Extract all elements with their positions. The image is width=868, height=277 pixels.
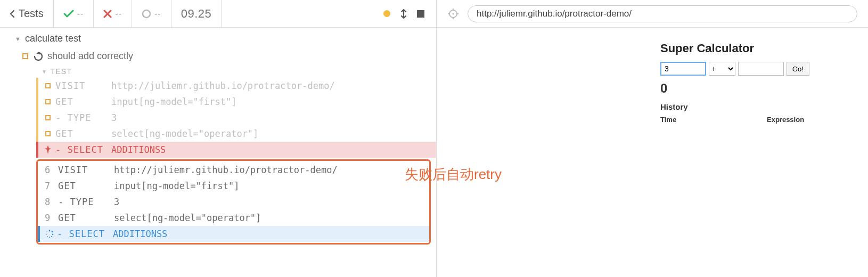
command-row[interactable]: - TYPE3 — [36, 110, 436, 126]
row-number: 8 — [42, 197, 53, 207]
chevron-left-icon — [10, 10, 15, 18]
status-dot-icon — [383, 10, 390, 17]
command-message: select[ng-model="operator"] — [111, 128, 258, 139]
command-name: - TYPE — [55, 112, 111, 123]
svg-point-7 — [46, 234, 47, 235]
test-title-row[interactable]: should add correctly — [0, 48, 436, 65]
command-message: input[ng-model="first"] — [114, 181, 239, 191]
pass-count-cell[interactable]: -- — [54, 0, 94, 27]
command-row[interactable]: GETselect[ng-model="operator"] — [36, 126, 436, 142]
second-number-input[interactable] — [738, 62, 784, 76]
pass-count: -- — [77, 9, 84, 19]
url-input[interactable] — [468, 5, 857, 22]
command-name: - SELECT — [57, 229, 113, 239]
command-row-error[interactable]: - SELECT ADDITIONSS — [36, 142, 436, 158]
command-message: 3 — [114, 197, 119, 207]
app-preview-panel: Super Calculator + Go! 0 History Time Ex… — [437, 0, 868, 277]
command-message: http://juliemr.github.io/protractor-demo… — [114, 165, 338, 175]
test-title: should add correctly — [47, 51, 133, 62]
command-message: 3 — [111, 112, 117, 123]
circle-icon — [142, 9, 151, 19]
duration-cell: 09.25 — [171, 0, 222, 27]
command-row[interactable]: 7GETinput[ng-model="first"] — [38, 178, 429, 194]
command-name: GET — [55, 96, 111, 107]
svg-point-10 — [452, 13, 454, 14]
svg-point-0 — [143, 10, 150, 18]
command-name: VISIT — [55, 80, 111, 91]
row-number: 7 — [42, 181, 53, 191]
runner-toolbar: Tests -- -- -- 09.25 — [0, 0, 436, 28]
square-icon — [40, 99, 55, 104]
command-row[interactable]: 6VISIThttp://juliemr.github.io/protracto… — [38, 162, 429, 178]
command-message: select[ng-model="operator"] — [114, 213, 261, 223]
suite-title: calculate test — [25, 33, 81, 44]
command-row[interactable]: 9GETselect[ng-model="operator"] — [38, 210, 429, 226]
spinner-dots-icon — [42, 230, 57, 238]
back-to-tests[interactable]: Tests — [0, 0, 54, 27]
suite-title-row[interactable]: ▼ calculate test — [0, 28, 436, 48]
svg-point-3 — [52, 234, 53, 235]
duration: 09.25 — [181, 7, 212, 21]
first-number-input[interactable] — [660, 62, 706, 76]
page-preview: Super Calculator + Go! 0 History Time Ex… — [437, 28, 868, 277]
back-label: Tests — [19, 7, 44, 20]
row-number: 6 — [42, 165, 53, 175]
command-row[interactable]: GETinput[ng-model="first"] — [36, 94, 436, 110]
square-icon — [40, 83, 55, 88]
x-icon — [103, 10, 112, 18]
caret-down-icon: ▼ — [42, 69, 47, 75]
svg-point-4 — [51, 236, 52, 237]
url-bar — [437, 0, 868, 28]
command-name: GET — [55, 128, 111, 139]
resize-arrows-icon[interactable] — [400, 9, 407, 19]
command-message: ADDITIONSS — [113, 229, 167, 239]
col-time: Time — [660, 116, 767, 124]
command-name: - SELECT — [55, 144, 111, 155]
fail-count: -- — [115, 9, 122, 19]
square-icon — [40, 131, 55, 136]
command-row-running[interactable]: - SELECT ADDITIONSS — [38, 226, 429, 242]
selector-target-icon[interactable] — [447, 8, 459, 20]
command-log: ▼ calculate test should add correctly ▼ … — [0, 28, 436, 277]
square-icon — [40, 115, 55, 120]
retry-block: 6VISIThttp://juliemr.github.io/protracto… — [36, 159, 431, 245]
go-button[interactable]: Go! — [787, 62, 809, 76]
svg-point-6 — [47, 236, 48, 237]
command-name: GET — [58, 213, 114, 223]
pending-count-cell[interactable]: -- — [132, 0, 171, 27]
test-runner-panel: Tests -- -- -- 09.25 — [0, 0, 437, 277]
svg-point-8 — [46, 231, 47, 232]
section-label-row[interactable]: ▼ TEST — [36, 65, 436, 78]
pin-icon — [40, 145, 55, 154]
history-columns: Time Expression — [660, 116, 841, 124]
command-row[interactable]: 8- TYPE3 — [38, 194, 429, 210]
pending-count: -- — [154, 9, 161, 19]
history-label: History — [660, 102, 841, 111]
svg-point-1 — [49, 230, 51, 232]
fail-count-cell[interactable]: -- — [94, 0, 132, 27]
spinner-icon — [34, 52, 43, 61]
caret-down-icon: ▼ — [15, 36, 21, 42]
calculator-title: Super Calculator — [660, 42, 841, 55]
section-label: TEST — [51, 67, 72, 76]
svg-point-5 — [49, 237, 50, 238]
annotation: 失败后自动retry — [405, 165, 502, 184]
command-row[interactable]: VISIThttp://juliemr.github.io/protractor… — [36, 78, 436, 94]
stop-button[interactable] — [417, 10, 424, 18]
command-message: input[ng-model="first"] — [111, 96, 236, 107]
svg-point-2 — [52, 231, 53, 233]
calculator-result: 0 — [660, 81, 841, 96]
command-message: http://juliemr.github.io/protractor-demo… — [111, 80, 335, 91]
command-name: VISIT — [58, 165, 114, 175]
command-message: ADDITIONSS — [111, 144, 166, 155]
col-expression: Expression — [767, 116, 804, 124]
square-icon — [22, 53, 28, 59]
command-name: - TYPE — [58, 197, 114, 207]
operator-select[interactable]: + — [709, 62, 735, 76]
check-icon — [63, 10, 74, 18]
command-name: GET — [58, 181, 114, 191]
row-number: 9 — [42, 213, 53, 223]
